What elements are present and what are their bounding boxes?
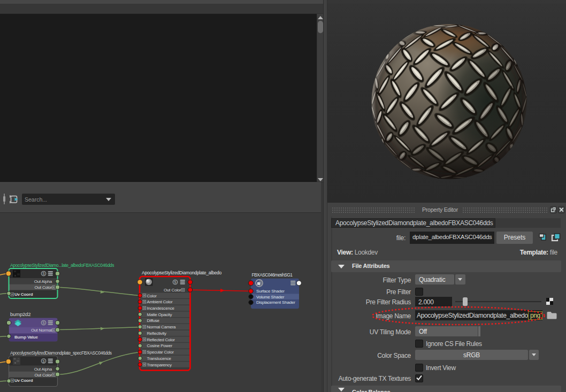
svg-text:bump2d2: bump2d2	[10, 311, 30, 317]
svg-text:Out Color: Out Color	[35, 285, 52, 290]
svg-text:Uv Coord: Uv Coord	[14, 378, 33, 383]
svg-text:Reflectivity: Reflectivity	[147, 331, 166, 336]
svg-text:S: S	[42, 321, 45, 325]
svg-text:Ambient Color: Ambient Color	[147, 299, 173, 304]
svg-text:Out Color: Out Color	[164, 288, 181, 293]
svg-text:Transparency: Transparency	[147, 363, 172, 367]
svg-text:Specular Color: Specular Color	[147, 350, 174, 355]
svg-text:Out Color: Out Color	[35, 373, 52, 378]
svg-text:S: S	[42, 359, 45, 363]
svg-text:Displacement Shader: Displacement Shader	[256, 300, 295, 305]
svg-text:S: S	[174, 280, 177, 284]
svg-text:ApocolypseStylizedDiamo...late: ApocolypseStylizedDiamo...late_albedoFBX…	[10, 263, 114, 268]
svg-text:Matte Opacity: Matte Opacity	[147, 312, 172, 317]
svg-text:Out Alpha: Out Alpha	[34, 367, 52, 372]
svg-text:Bump Value: Bump Value	[14, 335, 39, 340]
svg-text:Color: Color	[147, 294, 157, 298]
svg-text:ApocolypseStylizedDiamondplate: ApocolypseStylizedDiamondplate_specFBXAS…	[10, 350, 112, 356]
svg-text:Out Normal: Out Normal	[31, 328, 52, 333]
svg-text:ApocolypseStylizedDiamondplate: ApocolypseStylizedDiamondplate_albedo	[142, 270, 221, 275]
svg-text:Volume Shader: Volume Shader	[256, 295, 285, 299]
svg-text:Uv Coord: Uv Coord	[14, 292, 33, 297]
svg-text:Reflected Color: Reflected Color	[147, 337, 175, 342]
svg-text:Cosine Power: Cosine Power	[147, 343, 173, 348]
svg-text:Out Alpha: Out Alpha	[34, 279, 52, 284]
svg-text:Normal Camera: Normal Camera	[147, 325, 177, 329]
svg-text:Translucence: Translucence	[147, 356, 172, 361]
svg-text:Diffuse: Diffuse	[147, 318, 160, 323]
svg-text:S: S	[42, 272, 45, 275]
svg-text:FBXASC046meshSG1: FBXASC046meshSG1	[252, 272, 293, 278]
svg-text:Surface Shader: Surface Shader	[256, 289, 285, 294]
svg-text:Incandescence: Incandescence	[147, 306, 175, 311]
